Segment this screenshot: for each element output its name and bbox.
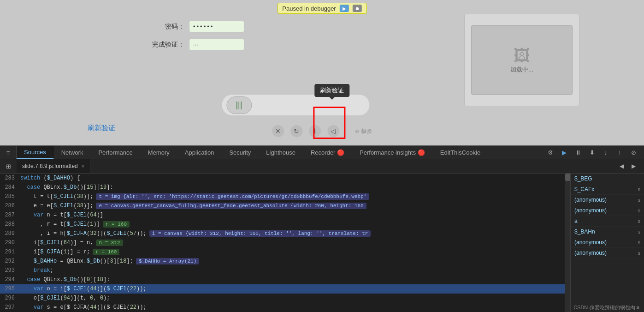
call-stack-entry[interactable]: $_BEG: [571, 174, 644, 184]
file-tab-slide[interactable]: slide.7.8.9.js:formatted ×: [17, 159, 90, 173]
devtools-right-controls: ⚙ ▶ ⏸ ⬇ ↓ ↑ ⊘: [544, 146, 644, 159]
debugger-banner: Paused in debugger ▶ ⏺: [277, 3, 366, 14]
file-tab-name: slide.7.8.9.js:formatted: [22, 163, 78, 169]
captcha-icon-row: ✕ ↻ ℹ ◁ ⊕ 极验: [272, 125, 372, 137]
captcha-refresh-btn[interactable]: ↻: [290, 125, 302, 137]
image-icon: 🖼: [514, 46, 530, 66]
code-line: 295 var o = i[$_CJEl(44)]($_CJEl(22));: [0, 284, 565, 294]
file-tab-right-controls: ◀ ▶: [616, 161, 642, 171]
call-stack-entry[interactable]: as: [571, 216, 644, 227]
slider-area: |||: [222, 95, 369, 115]
code-line: 284 case QBLnx.$_Db()[15][19]:: [0, 183, 565, 192]
step-out-btn[interactable]: ↑: [614, 148, 626, 158]
form-area: 密码： •••••• 完成验证： ···: [148, 21, 244, 50]
captcha-close-btn[interactable]: ✕: [272, 125, 284, 137]
code-line: 288 , r = t[$_CJEl(1)]r = 160: [0, 220, 565, 229]
password-label: 密码：: [148, 23, 184, 31]
call-stack-entry[interactable]: $_CAFxs: [571, 184, 644, 195]
captcha-info-btn[interactable]: ℹ: [309, 125, 321, 137]
code-line: 296 o[$_CJEl(94)](t, 0, 0);: [0, 294, 565, 303]
code-line: 290 i[$_CJEl(64)] = n,n = 312: [0, 238, 565, 247]
captcha-settings-btn[interactable]: ◁: [327, 125, 339, 137]
call-stack-entry[interactable]: (anonymous)s: [571, 248, 644, 258]
file-tab-bar: ⊞ slide.7.8.9.js:formatted × ◀ ▶: [0, 159, 644, 174]
loading-text: 加载中...: [510, 66, 533, 74]
tab-memory[interactable]: Memory: [141, 146, 177, 159]
tab-performance[interactable]: Performance: [91, 146, 140, 159]
code-line: 294 case QBLnx.$_Db()[0][18]:: [0, 275, 565, 284]
call-stack-entry[interactable]: (anonymous)s: [571, 237, 644, 248]
resume-execution-btn[interactable]: ▶: [558, 148, 570, 158]
verify-input[interactable]: ···: [189, 39, 244, 50]
tab-sources[interactable]: Sources: [17, 146, 54, 159]
step-button[interactable]: ⏺: [353, 5, 362, 12]
code-scrollbar[interactable]: [565, 174, 570, 312]
tab-performance-insights[interactable]: Performance insights 🔴: [352, 146, 433, 159]
tooltip-refresh: 刷新验证: [314, 84, 349, 97]
step-into-btn[interactable]: ↓: [600, 148, 612, 158]
call-stack-entry[interactable]: $_BAHns: [571, 227, 644, 237]
step-over-btn[interactable]: ⬇: [586, 148, 598, 158]
code-line: 289 , i = h[$_CJFA(32)]($_CJEl(57));i = …: [0, 229, 565, 238]
tab-security[interactable]: Security: [222, 146, 259, 159]
code-line: 292 $_DAHHo = QBLnx.$_Db()[3][18];$_DAHH…: [0, 257, 565, 266]
devtools-settings-btn[interactable]: ⚙: [544, 147, 556, 159]
file-tab-close[interactable]: ×: [82, 163, 84, 169]
captcha-image: 🖼 加载中...: [471, 25, 573, 95]
verify-label: 完成验证：: [148, 41, 184, 49]
password-input[interactable]: ••••••: [189, 21, 244, 32]
file-panel-toggle[interactable]: ⊞: [2, 160, 15, 173]
code-line: 297 var s = e[$ CJFA(44)]($ CJEl(22));: [0, 303, 565, 312]
file-nav-next[interactable]: ▶: [628, 161, 638, 171]
deactivate-btn[interactable]: ⊘: [627, 148, 639, 158]
code-line: 283switch ($_DAHHO) {: [0, 174, 565, 183]
resume-button[interactable]: ▶: [340, 5, 349, 12]
watermark: CSDN @爱吃辣椒的锅包肉 ≡: [573, 304, 639, 311]
tab-recorder[interactable]: Recorder 🔴: [303, 146, 352, 159]
tab-lighthouse[interactable]: Lighthouse: [259, 146, 303, 159]
tabs-nav-left[interactable]: ≡: [0, 146, 17, 159]
captcha-brand: ⊕ 极验: [355, 127, 372, 135]
call-stack-entry[interactable]: (anonymous)s: [571, 205, 644, 216]
slider-track[interactable]: |||: [222, 95, 369, 115]
call-stack-entry[interactable]: (anonymous)s: [571, 195, 644, 205]
tab-editthiscookie[interactable]: EditThisCookie: [433, 146, 488, 159]
verify-row: 完成验证： ···: [148, 39, 244, 50]
slider-handle[interactable]: |||: [226, 96, 252, 114]
page-preview: Paused in debugger ▶ ⏺ 密码： •••••• 完成验证： …: [0, 0, 644, 145]
code-editor[interactable]: 283switch ($_DAHHO) {284 case QBLnx.$_Db…: [0, 174, 565, 312]
code-line: 287 var n = t[$_CJEl(64)]: [0, 210, 565, 220]
code-line: 291 i[$_CJFA(1)] = r;r = 160: [0, 247, 565, 257]
code-line: 293 break;: [0, 266, 565, 275]
code-line: 286 e = e[$_CJEl(38)];e = canvas.geetest…: [0, 201, 565, 210]
devtools-tabs-bar: ≡ Sources Network Performance Memory App…: [0, 145, 644, 159]
captcha-widget: 🖼 加载中...: [464, 14, 579, 106]
call-stack-sidebar: $_BEG$_CAFxs(anonymous)s(anonymous)sas$_…: [570, 174, 644, 312]
password-row: 密码： ••••••: [148, 21, 244, 32]
refresh-link[interactable]: 刷新验证: [88, 124, 115, 132]
debugger-banner-text: Paused in debugger: [282, 5, 336, 12]
devtools-panel: ≡ Sources Network Performance Memory App…: [0, 145, 644, 312]
file-nav-prev[interactable]: ◀: [616, 161, 626, 171]
code-line: 285 t = t[$_CJEl(38)];t = img {alt: '', …: [0, 192, 565, 201]
code-main-area: 283switch ($_DAHHO) {284 case QBLnx.$_Db…: [0, 174, 644, 312]
tab-network[interactable]: Network: [54, 146, 91, 159]
tab-application[interactable]: Application: [177, 146, 222, 159]
pause-btn[interactable]: ⏸: [572, 148, 584, 158]
